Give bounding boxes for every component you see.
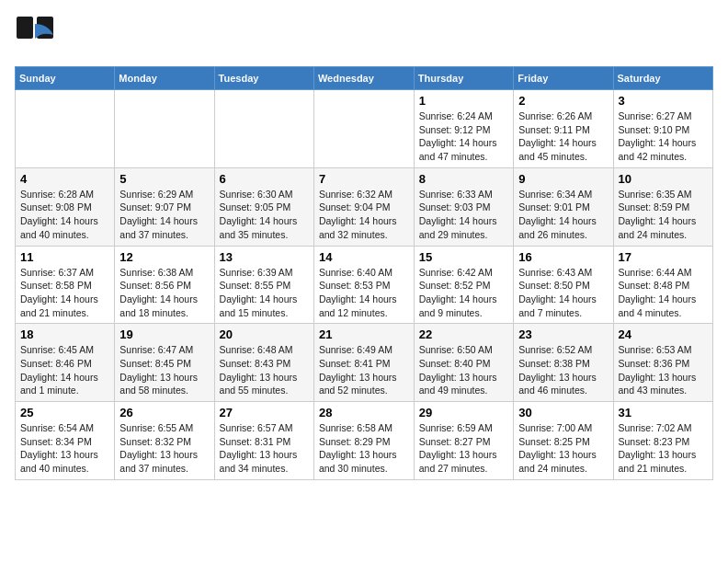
day-number: 15 <box>419 250 508 264</box>
calendar-cell: 18Sunrise: 6:45 AM Sunset: 8:46 PM Dayli… <box>16 324 115 402</box>
day-number: 18 <box>20 327 109 341</box>
calendar-cell: 11Sunrise: 6:37 AM Sunset: 8:58 PM Dayli… <box>16 246 115 324</box>
calendar-cell: 7Sunrise: 6:32 AM Sunset: 9:04 PM Daylig… <box>313 167 414 246</box>
calendar-cell: 23Sunrise: 6:52 AM Sunset: 8:38 PM Dayli… <box>514 324 613 402</box>
calendar-cell: 28Sunrise: 6:58 AM Sunset: 8:29 PM Dayli… <box>313 402 414 480</box>
day-number: 11 <box>20 250 109 264</box>
cell-content: Sunrise: 6:26 AM Sunset: 9:11 PM Dayligh… <box>518 109 608 164</box>
cell-content: Sunrise: 6:59 AM Sunset: 8:27 PM Dayligh… <box>419 421 508 476</box>
cell-content: Sunrise: 6:38 AM Sunset: 8:56 PM Dayligh… <box>119 266 209 320</box>
week-row-4: 18Sunrise: 6:45 AM Sunset: 8:46 PM Dayli… <box>16 324 713 402</box>
calendar-cell: 26Sunrise: 6:55 AM Sunset: 8:32 PM Dayli… <box>115 402 214 480</box>
day-number: 29 <box>419 406 508 419</box>
calendar-table: SundayMondayTuesdayWednesdayThursdayFrid… <box>15 66 713 480</box>
svg-rect-0 <box>17 17 33 39</box>
cell-content: Sunrise: 6:47 AM Sunset: 8:45 PM Dayligh… <box>119 343 209 397</box>
calendar-cell: 31Sunrise: 7:02 AM Sunset: 8:23 PM Dayli… <box>613 402 712 480</box>
day-number: 5 <box>119 172 209 186</box>
cell-content: Sunrise: 6:48 AM Sunset: 8:43 PM Dayligh… <box>220 343 309 397</box>
calendar-cell: 9Sunrise: 6:34 AM Sunset: 9:01 PM Daylig… <box>514 167 613 246</box>
calendar-cell: 13Sunrise: 6:39 AM Sunset: 8:55 PM Dayli… <box>214 246 313 324</box>
calendar-cell: 20Sunrise: 6:48 AM Sunset: 8:43 PM Dayli… <box>214 324 313 402</box>
cell-content: Sunrise: 6:32 AM Sunset: 9:04 PM Dayligh… <box>319 188 409 242</box>
header-sunday: Sunday <box>16 67 115 90</box>
cell-content: Sunrise: 6:43 AM Sunset: 8:50 PM Dayligh… <box>518 266 608 320</box>
calendar-cell: 30Sunrise: 7:00 AM Sunset: 8:25 PM Dayli… <box>514 402 613 480</box>
day-number: 3 <box>619 94 708 108</box>
calendar-cell <box>313 90 414 168</box>
calendar-cell: 6Sunrise: 6:30 AM Sunset: 9:05 PM Daylig… <box>214 167 313 246</box>
cell-content: Sunrise: 7:00 AM Sunset: 8:25 PM Dayligh… <box>518 421 608 476</box>
calendar-cell: 25Sunrise: 6:54 AM Sunset: 8:34 PM Dayli… <box>16 402 115 480</box>
header-tuesday: Tuesday <box>214 67 313 90</box>
week-row-2: 4Sunrise: 6:28 AM Sunset: 9:08 PM Daylig… <box>16 167 713 246</box>
day-number: 12 <box>119 250 209 264</box>
day-number: 19 <box>119 327 209 341</box>
header-monday: Monday <box>115 67 214 90</box>
day-number: 23 <box>518 327 608 341</box>
day-number: 7 <box>319 172 409 186</box>
day-number: 31 <box>619 406 708 419</box>
week-row-1: 1Sunrise: 6:24 AM Sunset: 9:12 PM Daylig… <box>16 90 713 168</box>
calendar-cell: 1Sunrise: 6:24 AM Sunset: 9:12 PM Daylig… <box>414 90 513 168</box>
header-friday: Friday <box>514 67 613 90</box>
day-number: 17 <box>619 250 708 264</box>
calendar-cell: 22Sunrise: 6:50 AM Sunset: 8:40 PM Dayli… <box>414 324 513 402</box>
day-number: 25 <box>20 406 109 419</box>
calendar-cell <box>214 90 313 168</box>
day-number: 24 <box>619 327 708 341</box>
cell-content: Sunrise: 6:39 AM Sunset: 8:55 PM Dayligh… <box>220 266 309 320</box>
calendar-cell <box>115 90 214 168</box>
day-number: 14 <box>319 250 409 264</box>
cell-content: Sunrise: 6:45 AM Sunset: 8:46 PM Dayligh… <box>20 343 109 397</box>
header-saturday: Saturday <box>613 67 712 90</box>
day-number: 4 <box>20 172 109 186</box>
calendar-cell <box>16 90 115 168</box>
cell-content: Sunrise: 6:58 AM Sunset: 8:29 PM Dayligh… <box>319 421 409 476</box>
cell-content: Sunrise: 6:33 AM Sunset: 9:03 PM Dayligh… <box>419 188 508 242</box>
cell-content: Sunrise: 6:49 AM Sunset: 8:41 PM Dayligh… <box>319 343 409 397</box>
calendar-cell: 10Sunrise: 6:35 AM Sunset: 8:59 PM Dayli… <box>613 167 712 246</box>
calendar-cell: 5Sunrise: 6:29 AM Sunset: 9:07 PM Daylig… <box>115 167 214 246</box>
cell-content: Sunrise: 6:30 AM Sunset: 9:05 PM Dayligh… <box>220 188 309 242</box>
cell-content: Sunrise: 6:42 AM Sunset: 8:52 PM Dayligh… <box>419 266 508 320</box>
day-number: 21 <box>319 327 409 341</box>
day-number: 10 <box>619 172 708 186</box>
week-row-5: 25Sunrise: 6:54 AM Sunset: 8:34 PM Dayli… <box>16 402 713 480</box>
calendar-cell: 17Sunrise: 6:44 AM Sunset: 8:48 PM Dayli… <box>613 246 712 324</box>
day-number: 22 <box>419 327 508 341</box>
cell-content: Sunrise: 6:54 AM Sunset: 8:34 PM Dayligh… <box>20 421 109 476</box>
calendar-cell: 12Sunrise: 6:38 AM Sunset: 8:56 PM Dayli… <box>115 246 214 324</box>
calendar-cell: 27Sunrise: 6:57 AM Sunset: 8:31 PM Dayli… <box>214 402 313 480</box>
header-thursday: Thursday <box>414 67 513 90</box>
calendar-cell: 4Sunrise: 6:28 AM Sunset: 9:08 PM Daylig… <box>16 167 115 246</box>
header-row: SundayMondayTuesdayWednesdayThursdayFrid… <box>16 67 713 90</box>
calendar-cell: 21Sunrise: 6:49 AM Sunset: 8:41 PM Dayli… <box>313 324 414 402</box>
cell-content: Sunrise: 6:52 AM Sunset: 8:38 PM Dayligh… <box>518 343 608 397</box>
calendar-cell: 29Sunrise: 6:59 AM Sunset: 8:27 PM Dayli… <box>414 402 513 480</box>
day-number: 27 <box>220 406 309 419</box>
cell-content: Sunrise: 6:50 AM Sunset: 8:40 PM Dayligh… <box>419 343 508 397</box>
day-number: 20 <box>220 327 309 341</box>
page-header <box>15 15 713 55</box>
day-number: 28 <box>319 406 409 419</box>
day-number: 6 <box>220 172 309 186</box>
cell-content: Sunrise: 6:57 AM Sunset: 8:31 PM Dayligh… <box>220 421 309 476</box>
cell-content: Sunrise: 6:27 AM Sunset: 9:10 PM Dayligh… <box>619 109 708 164</box>
calendar-cell: 19Sunrise: 6:47 AM Sunset: 8:45 PM Dayli… <box>115 324 214 402</box>
logo <box>15 15 57 55</box>
calendar-body: 1Sunrise: 6:24 AM Sunset: 9:12 PM Daylig… <box>16 90 713 480</box>
week-row-3: 11Sunrise: 6:37 AM Sunset: 8:58 PM Dayli… <box>16 246 713 324</box>
day-number: 2 <box>518 94 608 108</box>
day-number: 8 <box>419 172 508 186</box>
cell-content: Sunrise: 6:37 AM Sunset: 8:58 PM Dayligh… <box>20 266 109 320</box>
cell-content: Sunrise: 6:24 AM Sunset: 9:12 PM Dayligh… <box>419 109 508 164</box>
calendar-cell: 3Sunrise: 6:27 AM Sunset: 9:10 PM Daylig… <box>613 90 712 168</box>
calendar-cell: 8Sunrise: 6:33 AM Sunset: 9:03 PM Daylig… <box>414 167 513 246</box>
cell-content: Sunrise: 6:34 AM Sunset: 9:01 PM Dayligh… <box>518 188 608 242</box>
cell-content: Sunrise: 6:44 AM Sunset: 8:48 PM Dayligh… <box>619 266 708 320</box>
cell-content: Sunrise: 6:53 AM Sunset: 8:36 PM Dayligh… <box>619 343 708 397</box>
day-number: 13 <box>220 250 309 264</box>
calendar-cell: 2Sunrise: 6:26 AM Sunset: 9:11 PM Daylig… <box>514 90 613 168</box>
day-number: 9 <box>518 172 608 186</box>
